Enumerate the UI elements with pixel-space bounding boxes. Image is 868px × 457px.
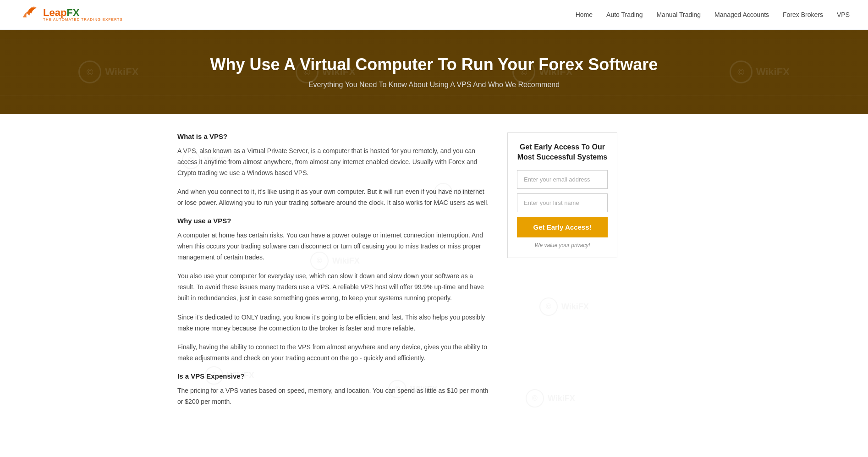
section2-p4: Finally, having the ability to connect t… [177,342,489,364]
hero-banner: © WikiFX © WikiFX © WikiFX © WikiFX Why … [0,30,868,114]
navigation: LeapFX THE AUTOMATED TRADING EXPERTS Hom… [0,0,868,30]
sidebar-box: Get Early Access To Our Most Successful … [507,132,617,258]
early-access-button[interactable]: Get Early Access! [517,217,608,237]
nav-manual-trading[interactable]: Manual Trading [656,11,701,18]
logo-icon [18,4,40,26]
first-name-input[interactable] [517,193,608,212]
privacy-text: We value your privacy! [517,242,608,248]
section3-heading: Is a VPS Expensive? [177,372,489,380]
section2-p1: A computer at home has certain risks. Yo… [177,230,489,263]
main-content: © WikiFX © WikiFX © WikiFX © WikiFX © Wi… [159,114,709,434]
section1-heading: What is a VPS? [177,132,489,140]
nav-links: Home Auto Trading Manual Trading Managed… [576,11,850,19]
article: What is a VPS? A VPS, also known as a Vi… [177,132,489,416]
nav-auto-trading[interactable]: Auto Trading [606,11,643,18]
sidebar-heading: Get Early Access To Our Most Successful … [517,142,608,163]
email-input[interactable] [517,170,608,189]
nav-vps[interactable]: VPS [837,11,850,18]
section2-p2: You also use your computer for everyday … [177,271,489,303]
section2-p3: Since it's dedicated to ONLY trading, yo… [177,312,489,334]
hero-subtitle: Everything You Need To Know About Using … [18,81,850,89]
section2-heading: Why use a VPS? [177,217,489,225]
section1-p1: A VPS, also known as a Virtual Private S… [177,146,489,178]
nav-managed-accounts[interactable]: Managed Accounts [714,11,769,18]
logo[interactable]: LeapFX THE AUTOMATED TRADING EXPERTS [18,4,123,26]
hero-title: Why Use A Virtual Computer To Run Your F… [18,55,850,74]
nav-forex-brokers[interactable]: Forex Brokers [783,11,823,18]
sidebar: Get Early Access To Our Most Successful … [507,132,617,416]
nav-home[interactable]: Home [576,11,593,18]
section1-p2: And when you connect to it, it's like us… [177,187,489,209]
section3-p1: The pricing for a VPS varies based on sp… [177,385,489,407]
